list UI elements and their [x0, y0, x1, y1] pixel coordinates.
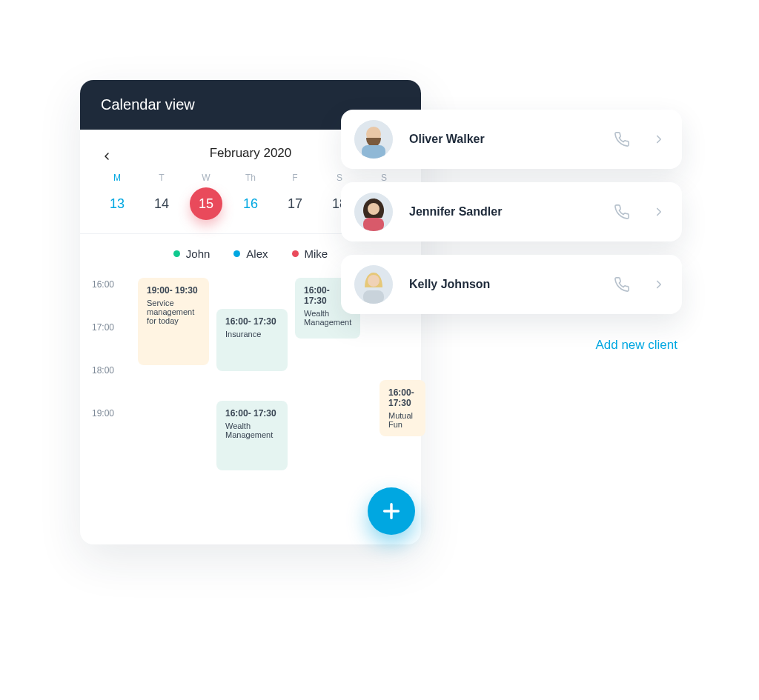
- date-13[interactable]: 13: [95, 187, 139, 220]
- hour-label: 18:00: [92, 365, 114, 376]
- client-card[interactable]: Jennifer Sandler: [341, 182, 682, 241]
- chevron-right-icon[interactable]: [649, 202, 669, 221]
- phone-icon[interactable]: [612, 130, 632, 149]
- client-actions: [612, 275, 669, 294]
- avatar: [354, 193, 393, 231]
- legend-label: John: [186, 247, 211, 260]
- add-client-link[interactable]: Add new client: [341, 327, 682, 353]
- weekday-th: Th: [228, 173, 273, 183]
- dot-icon: [233, 250, 240, 257]
- legend-item-alex: Alex: [233, 247, 268, 260]
- date-17[interactable]: 17: [273, 187, 317, 220]
- chevron-left-icon: [101, 150, 113, 162]
- client-list: Oliver WalkerJennifer SandlerKelly Johns…: [341, 110, 682, 353]
- event-title: Service management for today: [147, 299, 200, 325]
- calendar-event[interactable]: 19:00- 19:30Service management for today: [138, 278, 209, 365]
- client-actions: [612, 202, 669, 221]
- avatar: [354, 120, 393, 159]
- chevron-right-icon[interactable]: [649, 275, 669, 294]
- legend-item-mike: Mike: [292, 247, 328, 260]
- plus-icon: [381, 501, 402, 521]
- phone-icon[interactable]: [612, 202, 632, 221]
- phone-icon[interactable]: [612, 275, 632, 294]
- date-16[interactable]: 16: [228, 187, 273, 220]
- client-name: Kelly Johnson: [409, 278, 596, 291]
- legend-label: Mike: [305, 247, 328, 260]
- legend-item-john: John: [173, 247, 211, 260]
- dot-icon: [173, 250, 180, 257]
- add-event-button[interactable]: [368, 487, 415, 535]
- client-actions: [612, 130, 669, 149]
- calendar-event[interactable]: 16:00- 17:30Insurance: [216, 309, 288, 371]
- hour-label: 16:00: [92, 279, 114, 290]
- calendar-event[interactable]: 16:00- 17:30Wealth Management: [216, 401, 288, 470]
- legend-label: Alex: [246, 247, 268, 260]
- month-label: February 2020: [210, 146, 292, 161]
- svg-rect-7: [363, 218, 384, 231]
- weekday-w: W: [184, 173, 228, 183]
- hour-labels: 16:00 17:00 18:00 19:00: [92, 279, 114, 419]
- client-card[interactable]: Oliver Walker: [341, 110, 682, 169]
- dot-icon: [292, 250, 299, 257]
- calendar-event[interactable]: 16:00- 17:30Mutual Fun: [380, 380, 425, 436]
- event-time: 16:00- 17:30: [225, 316, 279, 327]
- hour-label: 17:00: [92, 322, 114, 333]
- svg-point-6: [368, 203, 380, 215]
- svg-rect-10: [363, 290, 384, 304]
- event-time: 19:00- 19:30: [147, 285, 200, 296]
- chevron-right-icon[interactable]: [649, 130, 669, 149]
- event-time: 16:00- 17:30: [388, 387, 417, 408]
- date-15-selected[interactable]: 15: [190, 187, 222, 220]
- weekday-m: M: [95, 173, 139, 183]
- client-card[interactable]: Kelly Johnson: [341, 255, 682, 314]
- weekday-t: T: [139, 173, 184, 183]
- client-name: Oliver Walker: [409, 133, 596, 146]
- event-time: 16:00- 17:30: [225, 408, 279, 419]
- prev-month-button[interactable]: [95, 144, 119, 168]
- client-name: Jennifer Sandler: [409, 205, 596, 219]
- hour-label: 19:00: [92, 408, 114, 419]
- svg-rect-4: [362, 145, 385, 159]
- date-14[interactable]: 14: [139, 187, 184, 220]
- event-title: Insurance: [225, 330, 279, 339]
- event-title: Mutual Fun: [388, 411, 417, 429]
- svg-point-9: [368, 275, 380, 287]
- event-title: Wealth Management: [225, 421, 279, 439]
- avatar: [354, 265, 393, 304]
- weekday-f: F: [273, 173, 317, 183]
